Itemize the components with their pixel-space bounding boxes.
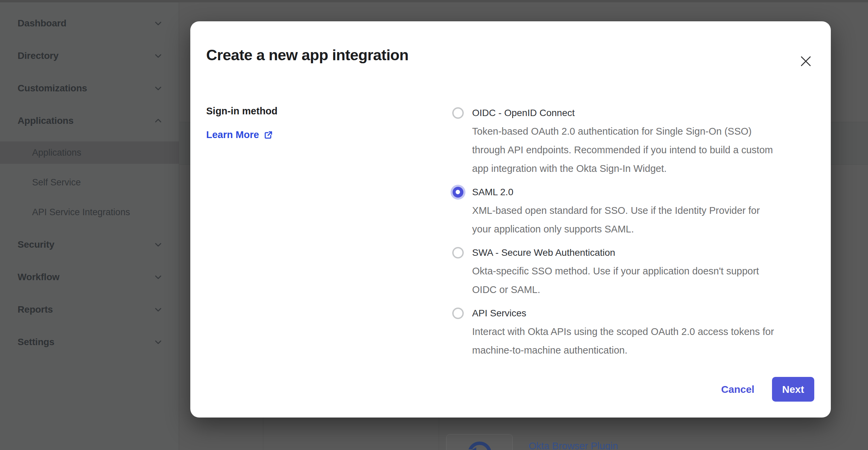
option-oidc[interactable]: OIDC - OpenID Connect Token-based OAuth …	[451, 104, 817, 178]
sign-in-method-label: Sign-in method	[206, 105, 451, 117]
option-swa[interactable]: SWA - Secure Web Authentication Okta-spe…	[451, 243, 817, 299]
modal-content: Sign-in method Learn More OIDC - OpenID …	[206, 104, 817, 364]
radio-swa[interactable]	[451, 245, 465, 260]
option-label: API Services	[472, 308, 526, 319]
option-description: Okta-specific SSO method. Use if your ap…	[472, 262, 817, 299]
option-description: Interact with Okta APIs using the scoped…	[472, 322, 817, 360]
option-description: XML-based open standard for SSO. Use if …	[472, 201, 817, 239]
option-api-services[interactable]: API Services Interact with Okta APIs usi…	[451, 304, 817, 360]
sign-in-method-section: Sign-in method Learn More	[206, 104, 451, 364]
option-label: SWA - Secure Web Authentication	[472, 247, 615, 258]
sign-in-method-options: OIDC - OpenID Connect Token-based OAuth …	[451, 104, 817, 364]
learn-more-link[interactable]: Learn More	[206, 129, 273, 140]
option-saml[interactable]: SAML 2.0 XML-based open standard for SSO…	[451, 183, 817, 239]
radio-oidc[interactable]	[451, 106, 465, 120]
radio-saml[interactable]	[451, 185, 465, 200]
option-label: OIDC - OpenID Connect	[472, 108, 575, 118]
cancel-button[interactable]: Cancel	[721, 384, 754, 395]
close-icon	[800, 55, 812, 67]
option-label: SAML 2.0	[472, 187, 513, 198]
next-button[interactable]: Next	[772, 377, 814, 402]
radio-api-services[interactable]	[451, 306, 465, 321]
create-app-integration-modal: Create a new app integration Sign-in met…	[190, 21, 831, 418]
option-description: Token-based OAuth 2.0 authentication for…	[472, 122, 817, 178]
close-button[interactable]	[796, 51, 816, 71]
modal-title: Create a new app integration	[206, 46, 408, 64]
external-link-icon	[264, 130, 273, 140]
modal-footer: Cancel Next	[721, 377, 814, 402]
